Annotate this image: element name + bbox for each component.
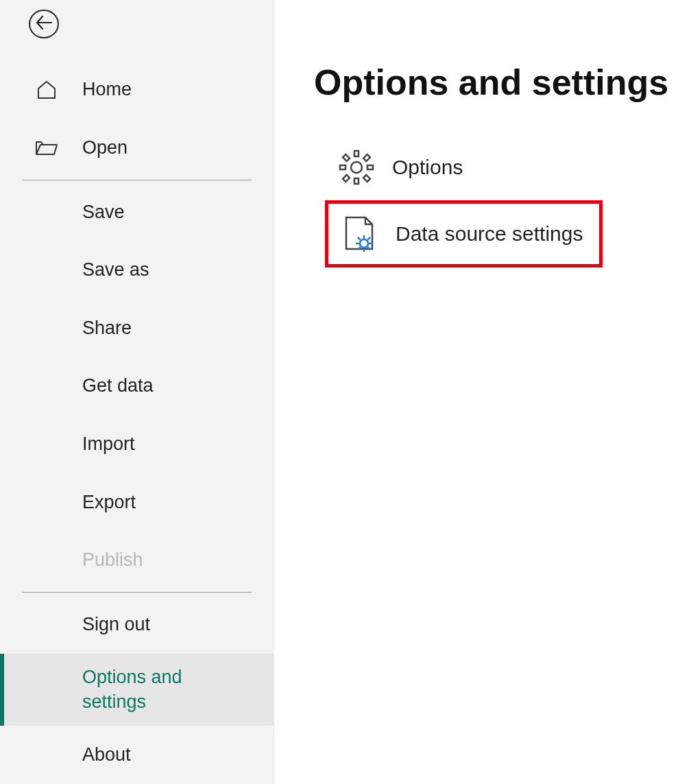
sidebar-item-label: Home — [82, 79, 132, 100]
svg-rect-3 — [340, 165, 346, 169]
sidebar-item-label: About — [82, 744, 131, 765]
sidebar-item-label: Share — [82, 318, 132, 339]
sidebar-item-home[interactable]: Home — [0, 60, 274, 119]
sidebar-item-label: Save — [82, 202, 125, 223]
svg-rect-8 — [343, 175, 350, 182]
sidebar-item-export[interactable]: Export — [0, 473, 274, 532]
svg-rect-7 — [363, 154, 370, 161]
sidebar-item-label: Options and settings — [82, 665, 219, 713]
sidebar-item-save-as[interactable]: Save as — [0, 241, 274, 299]
sidebar: Home Open Save Save as Share Get data Im… — [0, 0, 274, 784]
sidebar-item-label: Sign out — [82, 614, 150, 635]
sidebar-item-get-data[interactable]: Get data — [0, 357, 274, 416]
sidebar-item-label: Export — [82, 492, 136, 513]
sidebar-item-open[interactable]: Open — [0, 119, 274, 177]
main-content: Options and settings Options — [274, 0, 691, 784]
sidebar-divider — [22, 592, 252, 593]
options-button[interactable]: Options — [325, 141, 474, 193]
folder-open-icon — [33, 138, 60, 157]
page-title: Options and settings — [314, 62, 691, 103]
sidebar-item-save[interactable]: Save — [0, 183, 274, 241]
svg-rect-4 — [367, 165, 373, 169]
svg-rect-6 — [363, 175, 370, 182]
sidebar-item-sign-out[interactable]: Sign out — [0, 595, 274, 654]
sidebar-item-about[interactable]: About — [0, 726, 274, 784]
gear-icon — [336, 150, 377, 185]
svg-rect-1 — [354, 151, 359, 156]
sidebar-item-options-and-settings[interactable]: Options and settings — [0, 654, 274, 726]
arrow-left-icon — [36, 15, 52, 33]
svg-line-14 — [358, 237, 361, 240]
svg-point-0 — [351, 162, 362, 173]
data-source-settings-button[interactable]: Data source settings — [325, 200, 603, 268]
option-label: Options — [392, 156, 463, 179]
svg-point-9 — [360, 239, 368, 248]
sidebar-item-label: Get data — [82, 375, 154, 396]
back-button[interactable] — [29, 10, 59, 38]
home-icon — [33, 79, 60, 101]
sidebar-item-publish: Publish — [0, 531, 274, 589]
sidebar-item-import[interactable]: Import — [0, 415, 274, 473]
sidebar-item-share[interactable]: Share — [0, 299, 274, 357]
svg-line-16 — [367, 237, 370, 240]
data-source-icon — [339, 215, 380, 253]
sidebar-item-label: Import — [82, 433, 135, 455]
svg-rect-2 — [354, 178, 359, 184]
sidebar-item-label: Save as — [82, 259, 149, 281]
svg-rect-5 — [343, 154, 350, 161]
sidebar-item-label: Publish — [82, 549, 143, 571]
option-label: Data source settings — [396, 222, 588, 246]
sidebar-item-label: Open — [82, 137, 128, 158]
sidebar-divider — [22, 180, 252, 180]
